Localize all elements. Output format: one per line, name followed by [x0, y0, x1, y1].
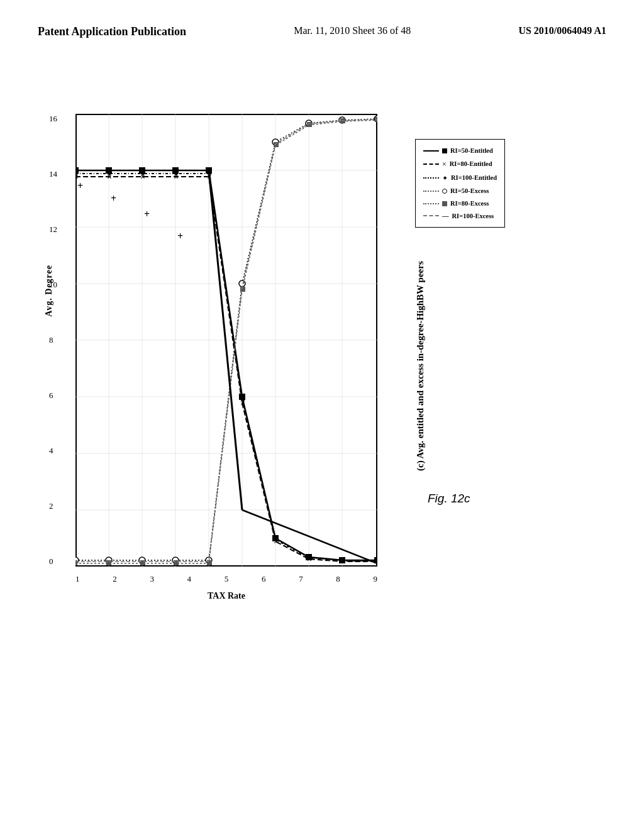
- legend-line-1: [423, 150, 439, 152]
- fig-label: Fig. 12c: [428, 492, 470, 506]
- header-publication: Patent Application Publication: [38, 25, 186, 38]
- legend-label-3: RI=100-Entitled: [451, 172, 497, 184]
- x-tick-7: 7: [299, 574, 303, 584]
- svg-text:✦: ✦: [240, 396, 246, 405]
- svg-rect-52: [75, 560, 77, 565]
- y-tick-8: 8: [49, 335, 57, 345]
- y-tick-0: 0: [49, 556, 57, 567]
- legend-item-2: × RI=80-Entitled: [423, 157, 497, 172]
- legend-label-4: RI=50-Excess: [450, 185, 489, 197]
- x-tick-4: 4: [187, 574, 192, 584]
- svg-text:✦: ✦: [106, 170, 113, 179]
- legend-item-3: ✦ RI=100-Entitled: [423, 172, 497, 185]
- legend-marker-1: [442, 148, 447, 153]
- svg-text:+: +: [177, 231, 183, 241]
- chart-area: Avg. Degree 16 14 12 10 8 6 4 2 0 1 2 3: [38, 76, 402, 642]
- y-tick-2: 2: [49, 501, 57, 511]
- legend-item-4: RI=50-Excess: [423, 185, 497, 197]
- chart-container: 16 14 12 10 8 6 4 2 0 1 2 3 4 5 6 7 8 9: [75, 114, 377, 567]
- y-tick-14: 14: [49, 169, 57, 179]
- x-tick-9: 9: [374, 574, 378, 584]
- x-tick-3: 3: [150, 574, 154, 584]
- svg-text:✦: ✦: [140, 170, 146, 179]
- main-content: Avg. Degree 16 14 12 10 8 6 4 2 0 1 2 3: [0, 51, 644, 805]
- x-axis-ticks: 1 2 3 4 5 6 7 8 9: [75, 574, 377, 584]
- legend-line-4: [423, 191, 439, 192]
- svg-text:✦: ✦: [75, 170, 79, 179]
- legend-item-6: — RI=100-Excess: [423, 210, 497, 223]
- legend-box: RI=50-Entitled × RI=80-Entitled ✦ RI=100…: [415, 139, 505, 228]
- legend-line-2: [423, 163, 439, 165]
- y-tick-10: 10: [49, 280, 57, 290]
- legend-marker-6: —: [442, 210, 449, 223]
- legend-item-5: RI=80-Excess: [423, 197, 497, 210]
- x-tick-2: 2: [113, 574, 117, 584]
- y-tick-6: 6: [49, 390, 57, 401]
- legend-label-6: RI=100-Excess: [452, 210, 494, 223]
- legend-marker-3: ✦: [442, 172, 448, 185]
- svg-rect-58: [274, 142, 279, 147]
- chart-svg: × × × × × × × × × × ✦ ✦ ✦ ✦ ✦ ✦ ✦: [75, 114, 377, 567]
- svg-text:✦: ✦: [173, 170, 179, 179]
- legend-label-1: RI=50-Entitled: [450, 145, 493, 157]
- caption-container: (c) Avg. entitled and excess in-degree-H…: [415, 253, 426, 479]
- svg-text:+: +: [144, 209, 150, 219]
- svg-rect-53: [106, 560, 111, 565]
- vertical-caption: (c) Avg. entitled and excess in-degree-H…: [415, 253, 426, 479]
- x-tick-5: 5: [225, 574, 229, 584]
- header-patent-number: US 2010/0064049 A1: [518, 25, 606, 36]
- svg-rect-54: [140, 560, 145, 565]
- svg-text:+: +: [111, 193, 116, 204]
- y-tick-12: 12: [49, 224, 57, 235]
- legend-marker-2: ×: [442, 157, 447, 172]
- legend-marker-5: [442, 201, 447, 206]
- legend-line-3: [423, 177, 439, 179]
- legend-line-6: [423, 215, 439, 216]
- fig-label-text: Fig. 12c: [428, 492, 470, 505]
- x-tick-6: 6: [262, 574, 266, 584]
- legend-item-1: RI=50-Entitled: [423, 145, 497, 157]
- svg-text:+: +: [77, 180, 83, 191]
- x-tick-8: 8: [336, 574, 340, 584]
- svg-rect-55: [174, 560, 179, 565]
- svg-text:×: ×: [307, 555, 312, 564]
- svg-text:×: ×: [340, 557, 345, 567]
- x-axis-label: TAX Rate: [208, 591, 245, 601]
- legend-label-5: RI=80-Excess: [450, 197, 489, 210]
- legend-line-5: [423, 203, 439, 204]
- right-panel: RI=50-Entitled × RI=80-Entitled ✦ RI=100…: [402, 114, 619, 506]
- y-tick-4: 4: [49, 446, 57, 456]
- y-tick-16: 16: [49, 114, 57, 124]
- header-date-sheet: Mar. 11, 2010 Sheet 36 of 48: [294, 25, 411, 36]
- svg-text:✦: ✦: [273, 536, 279, 545]
- svg-rect-57: [240, 287, 245, 292]
- y-axis-ticks: 16 14 12 10 8 6 4 2 0: [49, 114, 57, 567]
- svg-rect-56: [207, 560, 212, 565]
- x-tick-1: 1: [75, 574, 80, 584]
- page-header: Patent Application Publication Mar. 11, …: [0, 0, 644, 51]
- legend-label-2: RI=80-Entitled: [450, 158, 492, 170]
- legend-marker-4: [442, 189, 447, 194]
